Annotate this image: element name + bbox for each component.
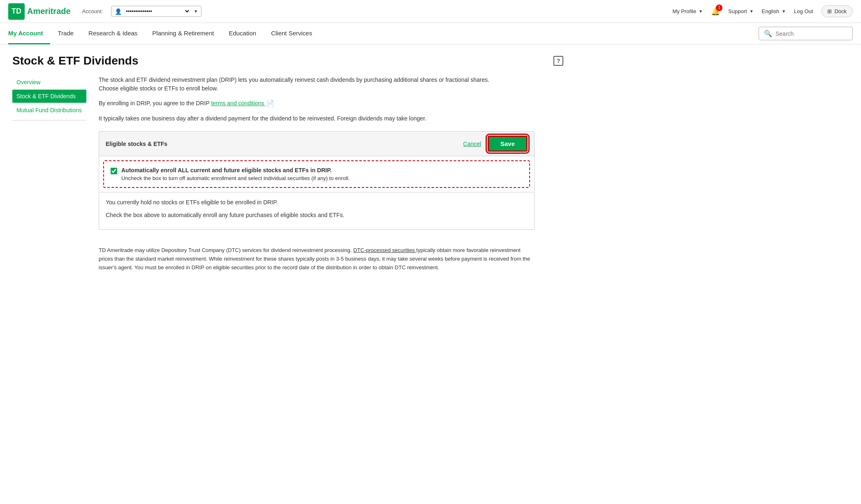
description-2-prefix: By enrolling in DRIP, you agree to the D… [99, 100, 211, 106]
auto-enroll-checkbox[interactable] [111, 168, 117, 174]
content-layout: Overview Stock & ETF Dividends Mutual Fu… [12, 76, 563, 272]
account-selector[interactable]: 👤 •••••••••••••• ▼ [111, 6, 201, 17]
auto-enroll-sub-label: Uncheck the box to turn off automatic en… [121, 175, 349, 181]
td-logo-text: TD [12, 7, 21, 16]
nav-trade[interactable]: Trade [50, 23, 81, 44]
header-actions: Cancel Save [463, 136, 528, 152]
account-dropdown-chevron: ▼ [194, 9, 198, 14]
search-input[interactable] [775, 30, 847, 37]
sidebar-item-overview[interactable]: Overview [12, 76, 86, 89]
nav-research-ideas[interactable]: Research & Ideas [81, 23, 145, 44]
nav-my-account[interactable]: My Account [8, 23, 50, 44]
dock-button[interactable]: ⊞ Dock [821, 5, 853, 17]
auto-enroll-main-label: Automatically enroll ALL current and fut… [121, 167, 349, 173]
help-icon[interactable]: ? [553, 56, 563, 66]
account-dropdown[interactable]: •••••••••••••• [124, 8, 190, 15]
dock-label: Dock [834, 8, 847, 14]
auto-enroll-row: Automatically enroll ALL current and fut… [111, 167, 523, 181]
info-area: You currently hold no stocks or ETFs eli… [99, 192, 534, 229]
top-bar: TD Ameritrade Account: 👤 •••••••••••••• … [0, 0, 861, 23]
auto-enroll-area: Automatically enroll ALL current and fut… [103, 160, 530, 188]
main-area: The stock and ETF dividend reinvestment … [99, 76, 563, 272]
logo-area: TD Ameritrade [8, 3, 71, 20]
sidebar-item-mutual-fund-distributions[interactable]: Mutual Fund Distributions [12, 104, 86, 117]
my-profile-label: My Profile [672, 8, 696, 14]
terms-conditions-link[interactable]: terms and conditions [211, 100, 266, 106]
person-icon: 👤 [115, 8, 122, 15]
account-label: Account: [82, 8, 103, 14]
my-profile-button[interactable]: My Profile ▼ [672, 8, 703, 14]
info-text-1: You currently hold no stocks or ETFs eli… [106, 198, 528, 207]
language-label: English [762, 8, 780, 14]
sidebar-item-stock-etf-dividends[interactable]: Stock & ETF Dividends [12, 90, 86, 103]
language-button[interactable]: English ▼ [762, 8, 786, 14]
page-title-row: Stock & ETF Dividends ? [12, 54, 563, 67]
eligible-section-header: Eligible stocks & ETFs Cancel Save [99, 132, 534, 156]
td-logo: TD [8, 3, 25, 20]
notification-badge: 1 [716, 5, 722, 11]
support-label: Support [728, 8, 747, 14]
nav-client-services[interactable]: Client Services [264, 23, 319, 44]
footer-text: TD Ameritrade may utilize Depository Tru… [99, 246, 535, 272]
footer-prefix: TD Ameritrade may utilize Depository Tru… [99, 247, 353, 253]
search-icon: 🔍 [764, 30, 772, 37]
nav-planning-retirement[interactable]: Planning & Retirement [145, 23, 221, 44]
dtc-securities-link[interactable]: DTC-processed securities [353, 247, 416, 253]
notification-bell[interactable]: 🔔 1 [711, 7, 720, 16]
my-profile-chevron: ▼ [699, 9, 703, 14]
logout-button[interactable]: Log Out [794, 8, 813, 14]
page-title: Stock & ETF Dividends [12, 54, 139, 67]
sidebar-divider [12, 120, 86, 120]
sidebar: Overview Stock & ETF Dividends Mutual Fu… [12, 76, 86, 272]
dock-grid-icon: ⊞ [827, 8, 832, 14]
page-content: Stock & ETF Dividends ? Overview Stock &… [0, 44, 576, 282]
auto-enroll-labels: Automatically enroll ALL current and fut… [121, 167, 349, 181]
save-button[interactable]: Save [488, 136, 528, 152]
eligible-section-title: Eligible stocks & ETFs [106, 141, 167, 147]
support-chevron: ▼ [750, 9, 754, 14]
description-3: It typically takes one business day afte… [99, 114, 510, 123]
description-2: By enrolling in DRIP, you agree to the D… [99, 99, 510, 109]
cancel-button[interactable]: Cancel [463, 141, 481, 147]
eligible-section: Eligible stocks & ETFs Cancel Save Autom… [99, 131, 535, 230]
search-box[interactable]: 🔍 [759, 27, 853, 40]
pdf-icon: 📄 [266, 100, 274, 107]
info-text-2: Check the box above to automatically enr… [106, 211, 528, 220]
main-nav: My Account Trade Research & Ideas Planni… [0, 23, 861, 44]
description-1: The stock and ETF dividend reinvestment … [99, 76, 510, 93]
top-nav-links: My Profile ▼ 🔔 1 Support ▼ English ▼ Log… [672, 5, 853, 17]
brand-name: Ameritrade [27, 7, 71, 16]
support-button[interactable]: Support ▼ [728, 8, 753, 14]
nav-education[interactable]: Education [221, 23, 264, 44]
language-chevron: ▼ [782, 9, 786, 14]
